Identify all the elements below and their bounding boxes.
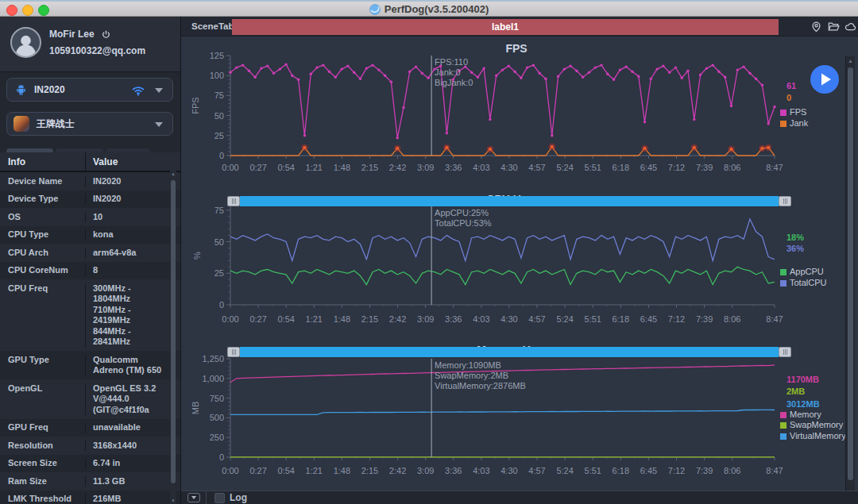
x-tick-label: 3:09 — [417, 314, 434, 324]
table-row[interactable]: Device NameIN2020 — [0, 172, 181, 190]
table-row[interactable]: GPU TypeQualcomm Adreno (TM) 650 — [0, 351, 181, 379]
log-checkbox[interactable] — [214, 493, 225, 503]
current-value: 1170MB — [786, 375, 819, 384]
wifi-icon[interactable] — [131, 83, 145, 101]
play-icon — [821, 74, 831, 86]
x-tick-label: 6:45 — [640, 163, 657, 172]
x-tick-label: 1:48 — [334, 466, 350, 475]
table-scrollbar-thumb[interactable] — [171, 180, 176, 483]
y-axis-label: % — [192, 252, 202, 260]
x-tick-label: 6:45 — [640, 314, 657, 324]
y-tick-label: 75 — [214, 90, 224, 100]
app-game-icon — [14, 116, 29, 132]
x-tick-label: 5:24 — [556, 163, 573, 172]
legend-swatch — [780, 110, 786, 116]
chart-fps[interactable]: FPSFPS02550751001250:000:270:541:211:482… — [191, 42, 809, 172]
legend-label: VirtualMemory — [790, 431, 845, 441]
table-row[interactable]: CPU Freq300MHz - 1804MHz 710MHz - 2419MH… — [0, 279, 181, 351]
scene-label1-bar[interactable]: label1 — [232, 19, 779, 35]
cursor-tooltip-line: FPS:110 — [435, 57, 468, 67]
avatar — [10, 27, 41, 58]
table-scrollbar[interactable]: ▲ ▼ — [170, 171, 176, 504]
table-row[interactable]: CPU Typekona — [0, 226, 181, 244]
y-tick-label: 25 — [214, 131, 224, 140]
scrollbar-track[interactable] — [240, 196, 779, 206]
value-cell: 6.74 in — [86, 458, 181, 469]
x-tick-label: 3:36 — [445, 163, 462, 172]
table-row[interactable]: GPU Frequnavailable — [0, 419, 181, 437]
scroll-down-icon[interactable]: ▼ — [170, 498, 176, 503]
scrollbar-left-handle[interactable] — [227, 196, 240, 206]
x-tick-label: 4:03 — [473, 314, 489, 324]
legend-label: AppCPU — [790, 267, 824, 276]
folder-icon[interactable] — [827, 21, 840, 33]
value-cell: OpenGL ES 3.2 V@444.0 (GIT@c4f1f0a — [86, 383, 181, 416]
series-fps — [230, 64, 775, 138]
app-select[interactable]: 王牌战士 — [6, 112, 173, 136]
table-row[interactable]: CPU CoreNum8 — [0, 262, 181, 280]
value-cell: 300MHz - 1804MHz 710MHz - 2419MHz 844MHz… — [86, 283, 181, 348]
x-tick-label: 0:00 — [222, 314, 238, 324]
expand-log-button[interactable] — [187, 493, 200, 502]
y-tick-label: 250 — [210, 433, 224, 442]
table-row[interactable]: Resolution3168x1440 — [0, 437, 181, 455]
device-select[interactable]: IN2020 — [6, 78, 173, 102]
user-name-row: MoFir Lee — [49, 29, 110, 41]
x-tick-label: 6:18 — [613, 314, 629, 324]
current-value: 61 — [786, 81, 796, 90]
scrollbar-right-handle[interactable] — [779, 347, 791, 357]
x-tick-label: 1:48 — [334, 163, 350, 172]
chart-memory-usage[interactable]: Memory UsageMB02505007501,0001,2500:000:… — [191, 344, 845, 475]
charts-panel[interactable]: FPSFPS02550751001250:000:270:541:211:482… — [181, 37, 858, 491]
scrollbar-left-handle[interactable] — [227, 347, 240, 357]
x-tick-label: 0:27 — [249, 163, 266, 172]
y-tick-label: 25 — [214, 268, 224, 278]
table-row[interactable]: OS10 — [0, 208, 181, 226]
main-vertical-scrollbar[interactable]: ▲ ▼ — [845, 56, 855, 504]
chart-title: FPS — [505, 42, 527, 55]
x-tick-label: 8:06 — [724, 314, 740, 324]
y-tick-label: 50 — [214, 237, 224, 247]
info-cell: CPU Freq — [0, 283, 86, 348]
scene-topbar: SceneTab label1 — [181, 17, 858, 37]
cpu-time-scrollbar[interactable] — [227, 347, 791, 357]
table-row[interactable]: OpenGLOpenGL ES 3.2 V@444.0 (GIT@c4f1f0a — [0, 379, 181, 419]
series-totalcpu — [230, 219, 775, 261]
sidebar: MoFir Lee 1059100322@qq.com IN2020 王牌战士 — [0, 17, 181, 504]
scroll-up-icon[interactable]: ▲ — [846, 58, 855, 63]
window-title: PerfDog(v3.5.200402) — [385, 3, 489, 15]
value-cell: IN2020 — [86, 194, 181, 205]
table-row[interactable]: Ram Size11.3 GB — [0, 472, 181, 491]
x-tick-label: 8:06 — [724, 466, 740, 475]
charts-svg[interactable]: FPSFPS02550751001250:000:270:541:211:482… — [181, 37, 845, 491]
perfdog-window: PerfDog(v3.5.200402) MoFir Lee 105910032… — [0, 0, 858, 504]
x-tick-label: 4:57 — [528, 314, 545, 324]
series-virtualmemory — [230, 410, 775, 414]
legend-label: TotalCPU — [790, 278, 827, 287]
table-row[interactable]: Screen Size6.74 in — [0, 455, 181, 473]
android-icon — [15, 84, 27, 96]
chart-cpu-usage[interactable]: CPU Usage%02550750:000:270:541:211:482:1… — [192, 193, 827, 324]
table-row[interactable]: CPU Archarm64-v8a — [0, 244, 181, 262]
x-tick-label: 4:30 — [500, 163, 517, 172]
logout-power-icon[interactable] — [102, 30, 110, 41]
scrollbar-right-handle[interactable] — [779, 196, 791, 206]
scrollbar-track[interactable] — [240, 347, 779, 357]
location-icon[interactable] — [810, 21, 823, 33]
table-row[interactable]: Device TypeIN2020 — [0, 190, 181, 209]
scroll-up-icon[interactable]: ▲ — [170, 171, 176, 176]
x-tick-label: 8:47 — [766, 466, 783, 475]
current-value: 3012MB — [786, 399, 820, 409]
value-cell: 3168x1440 — [86, 441, 181, 452]
vertical-scrollbar-thumb[interactable] — [848, 67, 853, 480]
table-row[interactable]: LMK Threshold216MB — [0, 491, 181, 504]
cloud-icon[interactable] — [844, 21, 856, 33]
play-button[interactable] — [810, 65, 839, 94]
x-tick-label: 0:54 — [277, 163, 294, 172]
main-panel: SceneTab label1 FPSFPS02550751001250:000… — [181, 17, 858, 504]
y-tick-label: 75 — [214, 206, 224, 215]
legend-swatch — [780, 269, 786, 275]
fps-time-scrollbar[interactable] — [227, 196, 791, 206]
x-tick-label: 5:51 — [585, 163, 601, 172]
x-tick-label: 4:03 — [473, 163, 489, 172]
